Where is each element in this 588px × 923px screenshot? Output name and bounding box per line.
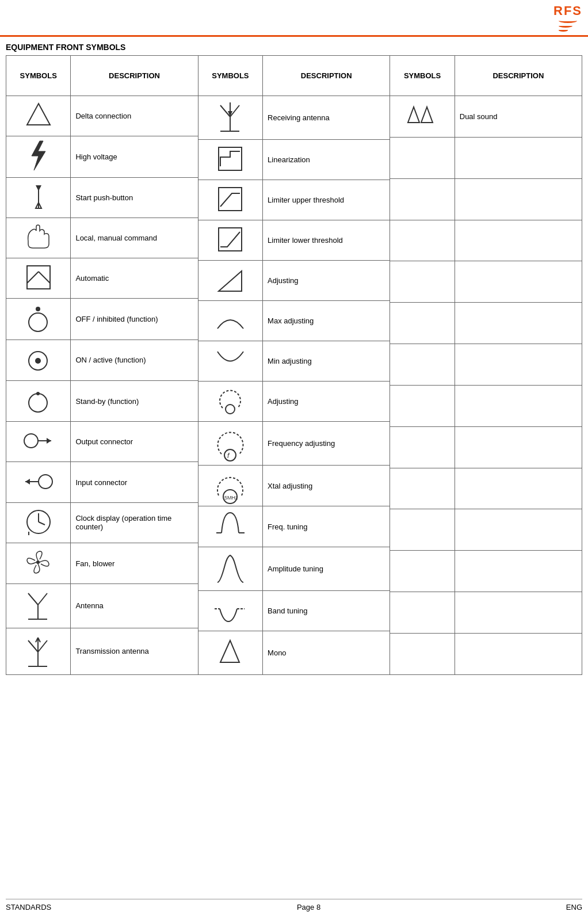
symbol-cell — [390, 178, 455, 220]
svg-point-12 — [29, 394, 47, 412]
symbol-cell — [6, 136, 71, 177]
desc-cell: OFF / inhibited (function) — [71, 299, 198, 340]
table-row: High voltage — [6, 136, 198, 177]
svg-text:5MHz: 5MHz — [224, 495, 238, 501]
desc-cell — [455, 303, 582, 344]
symbol-cell — [198, 261, 262, 301]
desc-cell: Automatic — [71, 258, 198, 299]
svg-marker-19 — [25, 479, 30, 485]
table-row: Output connector — [6, 422, 198, 462]
col2-header-symbols: SYMBOLS — [198, 56, 262, 96]
table-row: Clock display (operation time counter) — [6, 502, 198, 543]
table-row: Limiter lower threshold — [198, 220, 390, 261]
symbol-cell — [390, 96, 455, 138]
logo-wave-2 — [559, 24, 572, 28]
table-col3: SYMBOLS DESCRIPTION Dual sound — [390, 55, 582, 675]
svg-point-13 — [36, 392, 40, 395]
symbol-cell — [198, 506, 262, 547]
table-row: Dual sound — [390, 96, 582, 138]
desc-cell: High voltage — [71, 136, 198, 177]
symbol-cell — [390, 385, 455, 426]
svg-line-30 — [28, 640, 38, 652]
logo-waves — [559, 18, 577, 33]
svg-marker-56 — [408, 107, 419, 123]
header: RFS — [0, 0, 588, 37]
symbol-cell — [6, 543, 71, 583]
table-row: Stand-by (function) — [6, 380, 198, 421]
table-row: Antenna — [6, 584, 198, 628]
table-row: Local, manual command — [6, 218, 198, 258]
svg-point-17 — [39, 475, 52, 489]
table-row: Limiter upper threshold — [198, 180, 390, 220]
table-row: Min adjusting — [198, 341, 390, 382]
desc-cell: Stand-by (function) — [71, 380, 198, 421]
svg-line-7 — [39, 272, 50, 283]
table-row: 5MHz Xtal adjusting — [198, 466, 390, 506]
symbol-cell: 5MHz — [198, 466, 262, 506]
symbol-cell — [6, 422, 71, 462]
table-row: Delta connection — [6, 96, 198, 136]
desc-cell — [455, 220, 582, 261]
col3-header-symbols: SYMBOLS — [390, 56, 455, 96]
desc-cell: Mono — [263, 631, 390, 675]
col2-header-desc: DESCRIPTION — [263, 56, 390, 96]
symbol-cell — [6, 96, 71, 136]
table-row: f Frequency adjusting — [198, 422, 390, 466]
desc-cell: Freq. tuning — [263, 506, 390, 547]
table-row — [390, 633, 582, 674]
symbol-cell — [6, 502, 71, 543]
table-row: Freq. tuning — [198, 506, 390, 547]
table-row — [390, 137, 582, 178]
logo: RFS — [553, 5, 582, 33]
desc-cell: Transmission antenna — [71, 628, 198, 674]
svg-rect-5 — [27, 266, 50, 289]
desc-cell: Frequency adjusting — [263, 422, 390, 466]
svg-point-47 — [224, 449, 236, 461]
symbol-cell — [390, 468, 455, 509]
table-row: Input connector — [6, 462, 198, 502]
desc-cell: Dual sound — [455, 96, 582, 138]
desc-cell: Receiving antenna — [263, 96, 390, 140]
symbol-cell — [198, 96, 262, 140]
table-row: Adjusting — [198, 261, 390, 301]
desc-cell — [455, 633, 582, 674]
symbol-cell: f — [198, 422, 262, 466]
table-row: Start push-button — [6, 177, 198, 218]
table-row: Transmission antenna — [6, 628, 198, 674]
desc-cell — [455, 137, 582, 178]
desc-cell: Fan, blower — [71, 543, 198, 583]
svg-point-14 — [24, 434, 38, 448]
table-row — [390, 303, 582, 344]
symbol-cell — [390, 344, 455, 386]
table-row: Receiving antenna — [198, 96, 390, 140]
table-row — [390, 385, 582, 426]
svg-line-31 — [38, 640, 47, 652]
footer-right: ENG — [566, 903, 582, 911]
svg-line-27 — [38, 593, 47, 605]
table-row — [390, 509, 582, 551]
symbol-cell — [6, 380, 71, 421]
svg-marker-1 — [32, 141, 45, 170]
table-col2: SYMBOLS DESCRIPTION Re — [198, 55, 391, 675]
table-row: Band tuning — [198, 591, 390, 631]
desc-cell: Delta connection — [71, 96, 198, 136]
desc-cell: ON / active (function) — [71, 340, 198, 380]
svg-point-8 — [29, 313, 47, 331]
desc-cell: Clock display (operation time counter) — [71, 502, 198, 543]
table-row: Adjusting — [198, 382, 390, 422]
desc-cell — [455, 592, 582, 634]
symbol-cell — [390, 220, 455, 261]
logo-wave-3 — [559, 29, 568, 32]
table-row: Automatic — [6, 258, 198, 299]
svg-marker-0 — [27, 104, 50, 125]
desc-cell: Antenna — [71, 584, 198, 628]
desc-cell — [455, 261, 582, 303]
desc-cell: Max adjusting — [263, 301, 390, 341]
table-row: Amplitude tuning — [198, 547, 390, 591]
desc-cell: Limiter lower threshold — [263, 220, 390, 261]
svg-marker-16 — [47, 438, 51, 444]
footer-left: STANDARDS — [6, 903, 51, 911]
desc-cell: Input connector — [71, 462, 198, 502]
desc-cell: Limiter upper threshold — [263, 180, 390, 220]
symbol-cell — [390, 633, 455, 674]
